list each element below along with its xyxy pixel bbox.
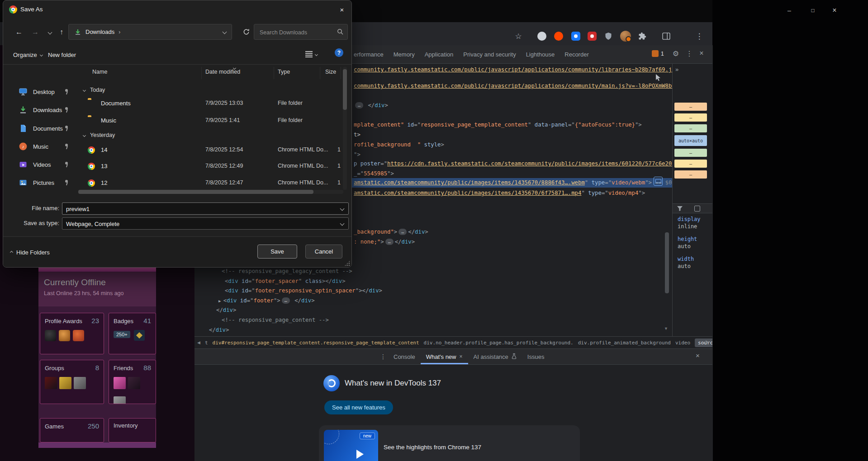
drawer-close-icon[interactable]: × [696, 352, 700, 359]
tab-close-icon[interactable]: × [460, 353, 463, 360]
breadcrumb-item[interactable]: div.profile_animated_background [578, 340, 671, 346]
scrollbar-thumb[interactable] [78, 190, 313, 194]
elements-scrollbar[interactable] [665, 232, 669, 293]
devtools-tab-erformance[interactable]: erformance [354, 51, 384, 58]
refresh-button[interactable] [238, 24, 254, 40]
scrollbar-down-arrow-icon[interactable]: ▼ [664, 326, 668, 331]
computed-property[interactable]: displayinline [678, 216, 701, 230]
file-name-combobox[interactable] [62, 202, 349, 215]
sidebar-item-pictures[interactable]: Pictures [3, 174, 77, 191]
drawer-tab-what-s-new[interactable]: What's new× [421, 349, 468, 364]
devtools-tab-lighthouse[interactable]: Lighthouse [526, 51, 555, 58]
dialog-close-icon[interactable]: × [332, 0, 352, 19]
close-button[interactable]: × [825, 4, 844, 17]
drawer-menu-icon[interactable]: ⋮ [378, 349, 388, 364]
address-breadcrumb[interactable]: Downloads › [68, 24, 232, 40]
bookmark-star-icon[interactable]: ☆ [512, 30, 525, 42]
resize-grip[interactable] [344, 260, 350, 266]
drawer-tab-issues[interactable]: Issues [522, 349, 550, 364]
dom-tree-node[interactable]: p poster="https://cdn.fastly.steamstatic… [354, 159, 699, 169]
steam-box-badges[interactable]: Badges41250+ [109, 313, 156, 354]
column-separator[interactable] [320, 67, 320, 79]
devtools-tab-recorder[interactable]: Recorder [564, 51, 588, 58]
help-button[interactable]: ? [335, 48, 343, 57]
breadcrumb-item[interactable]: div.no_header.profile_page.has_profile_b… [424, 340, 574, 346]
forward-button[interactable]: → [28, 26, 42, 38]
friend-avatar[interactable] [114, 377, 126, 389]
organize-button[interactable]: Organize [13, 52, 43, 58]
steam-box-groups[interactable]: Groups8 [40, 360, 104, 404]
file-row[interactable]: 147/8/2025 12:54Chrome HTML Do...1 [78, 142, 343, 158]
breadcrumb-item[interactable]: div#responsive_page_template_content.res… [213, 340, 419, 346]
dom-tree-node[interactable]: _background">…</div> [354, 227, 428, 237]
save-type-input[interactable] [62, 218, 338, 230]
steam-box-friends[interactable]: Friends88 [109, 360, 156, 404]
selected-node-device-icon[interactable] [654, 177, 663, 186]
scrollbar-thumb[interactable] [343, 69, 347, 110]
view-options-button[interactable] [305, 51, 318, 57]
steam-box-profile-awards[interactable]: Profile Awards23 [40, 313, 104, 354]
breadcrumb-scroll-left-icon[interactable]: ◀ [197, 340, 200, 345]
group-avatar[interactable] [59, 377, 71, 389]
column-header-type[interactable]: Type [278, 69, 290, 75]
dom-tree-node[interactable]: community.fastly.steamstatic.com/public/… [354, 65, 692, 75]
file-row[interactable]: 127/8/2025 12:47Chrome HTML Do...1 [78, 175, 343, 188]
group-avatar[interactable] [45, 377, 57, 389]
computed-property[interactable]: heightauto [678, 235, 701, 250]
steam-box-inventory[interactable]: Inventory [109, 418, 156, 442]
hide-folders-button[interactable]: Hide Folders [10, 249, 50, 256]
extension-blue-icon[interactable] [569, 30, 582, 42]
extensions-puzzle-icon[interactable] [636, 30, 649, 42]
dom-tree-node[interactable]: ▶ <div id="footer">… </div> [218, 296, 315, 306]
steam-box-games[interactable]: Games250 [40, 418, 104, 442]
group-header-today[interactable]: Today [78, 84, 343, 96]
maximize-button[interactable]: □ [803, 4, 822, 17]
dom-tree-node[interactable]: amstatic.com/steamcommunity/public/image… [354, 188, 645, 198]
group-collapse-chevron-icon[interactable] [83, 133, 86, 136]
breadcrumb-location[interactable]: Downloads [85, 28, 114, 35]
sidebar-overflow-chevrons-icon[interactable]: » [675, 66, 678, 73]
vertical-scrollbar[interactable] [343, 67, 347, 190]
drawer-tab-console[interactable]: Console [388, 349, 421, 364]
devtools-tab-application[interactable]: Application [425, 51, 454, 58]
dom-tree-node[interactable]: t> [354, 130, 360, 140]
highlights-thumbnail[interactable]: new [324, 430, 378, 461]
filter-funnel-icon[interactable] [677, 206, 683, 211]
dom-tree-node[interactable]: <!-- responsive_page_legacy_content --> [222, 267, 352, 276]
dom-tree-node[interactable]: <div id="footer_spacer" class></div> [225, 277, 346, 286]
extension-red-icon[interactable] [586, 30, 598, 42]
breadcrumb-scroll-right-icon[interactable]: ▶ [706, 339, 709, 344]
computed-property[interactable]: widthauto [678, 255, 701, 270]
extension-gray-icon[interactable] [536, 30, 548, 42]
file-row[interactable]: 137/8/2025 12:49Chrome HTML Do...1 [78, 158, 343, 174]
filter-toggle-icon[interactable] [694, 206, 700, 212]
dom-tree-node[interactable]: <div id="footer_responsive_optin_spacer"… [225, 286, 382, 296]
devtools-menu-icon[interactable]: ⋮ [684, 49, 695, 58]
side-panel-icon[interactable] [660, 30, 673, 42]
dom-tree-node[interactable]: _="5545985"> [354, 169, 394, 179]
devtools-close-icon[interactable]: × [696, 49, 707, 57]
devtools-settings-gear-icon[interactable]: ⚙ [670, 49, 681, 58]
group-collapse-chevron-icon[interactable] [83, 88, 86, 91]
file-name-input[interactable] [62, 203, 338, 215]
box-model-content[interactable]: auto×auto [674, 135, 707, 146]
box-model-border[interactable]: – [674, 113, 707, 122]
file-row[interactable]: Documents7/9/2025 13:03File folder [78, 95, 343, 112]
see-all-features-button[interactable]: See all new features [324, 400, 393, 414]
profile-avatar[interactable] [619, 30, 632, 42]
devtools-tab-memory[interactable]: Memory [394, 51, 415, 58]
dom-tree-node[interactable]: "> [354, 150, 360, 160]
dom-tree-node[interactable]: </div> [216, 306, 236, 315]
sidebar-item-desktop[interactable]: Desktop [3, 84, 77, 100]
search-input[interactable] [254, 24, 337, 40]
cancel-button[interactable]: Cancel [305, 245, 342, 259]
dom-tree-node[interactable]: <!-- responsive_page_content --> [222, 315, 329, 325]
group-header-yesterday[interactable]: Yesterday [78, 129, 343, 141]
drawer-tab-ai-assistance[interactable]: AI assistance [468, 349, 522, 364]
group-avatar[interactable] [74, 377, 86, 389]
breadcrumb-item[interactable]: source [695, 339, 712, 347]
column-header-size[interactable]: Size [325, 69, 336, 75]
column-header-name[interactable]: Name [92, 69, 107, 75]
play-icon[interactable] [356, 450, 364, 459]
sidebar-item-music[interactable]: ♪Music [3, 138, 77, 155]
